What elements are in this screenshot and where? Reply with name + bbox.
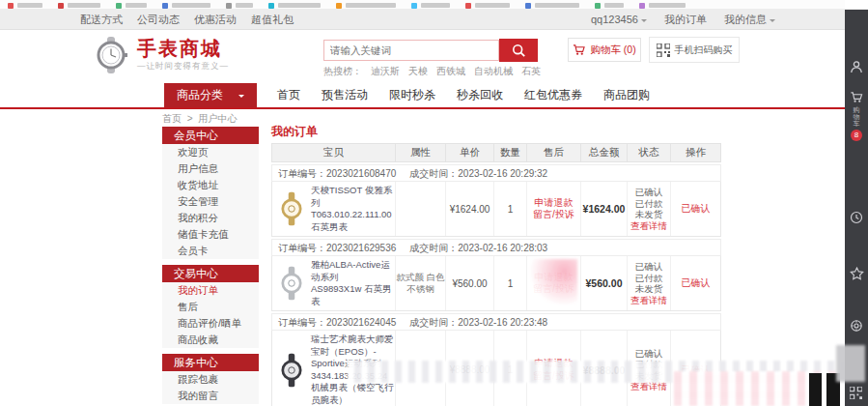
complaint-link[interactable]: 留言/投诉 [533, 209, 574, 221]
topbar-link-shipping[interactable]: 配送方式 [80, 13, 123, 27]
product-line: 瑞士艺术腕表大师爱宝时（EPOS）- [311, 334, 395, 358]
status-line: 已付款 [635, 273, 663, 284]
hot-word[interactable]: 自动机械 [474, 65, 513, 78]
hot-word[interactable]: 西铁城 [436, 65, 465, 78]
bookmark-item[interactable] [525, 2, 579, 9]
topbar-links: 配送方式 公司动态 优惠活动 超值礼包 [80, 9, 294, 30]
bookmark-item[interactable] [595, 2, 624, 9]
topbar-link-news[interactable]: 公司动态 [137, 13, 180, 27]
watch-thumbnail [279, 353, 304, 388]
gear-icon[interactable] [850, 319, 863, 333]
status-cell: 已确认 已付款 未发货 查看详情 [628, 256, 671, 310]
refund-link[interactable]: 申请退款 [535, 197, 574, 210]
hot-word[interactable]: 天梭 [408, 65, 428, 78]
col-aftersale: 售后 [527, 144, 581, 161]
qr-code-icon[interactable] [850, 387, 862, 399]
sidebar-item-my-orders[interactable]: 我的订单 [162, 282, 259, 299]
username-menu[interactable]: qq123456 [591, 14, 647, 25]
topbar-link-promos[interactable]: 优惠活动 [194, 13, 237, 27]
order-number: 订单编号：2023021629536 [278, 240, 396, 255]
search-input[interactable] [323, 40, 499, 61]
bookmark-item[interactable] [411, 2, 450, 9]
view-details-link[interactable]: 查看详情 [630, 295, 667, 306]
sidebar-item-track-package[interactable]: 跟踪包裹 [162, 371, 259, 388]
status-line: 已确认 [635, 348, 663, 360]
star-icon[interactable] [850, 267, 864, 280]
product-cell: 天梭TISSOT 俊雅系列 T063.010.22.111.00 石英男表 [272, 182, 396, 236]
hot-word[interactable]: 迪沃斯 [371, 65, 400, 78]
bookmark-item[interactable] [268, 2, 321, 9]
order-number: 订单编号：2023021624045 [278, 314, 396, 330]
favicon [525, 3, 531, 9]
confirm-link[interactable]: 已确认 [682, 202, 711, 216]
censor-blur [836, 345, 865, 382]
bookmark-item[interactable] [465, 2, 510, 9]
nav-item-flash-sale[interactable]: 限时秒杀 [389, 87, 435, 103]
order-time: 成交时间：2023-02-16 20:29:32 [409, 165, 547, 181]
sidebar-item-welcome[interactable]: 欢迎页 [162, 144, 259, 160]
sidebar-item-my-comments[interactable]: 我的留言 [162, 388, 259, 404]
col-status: 状态 [628, 144, 671, 161]
order-block: 订单编号：2023021608470 成交时间：2023-02-16 20:29… [271, 164, 721, 237]
order-row: 雅柏ALBA-Active运动系列 AS9893X1w 石英男表 款式颜 白色 … [271, 256, 721, 311]
bookmark-item[interactable] [639, 2, 686, 9]
sidebar-item-points[interactable]: 我的积分 [162, 210, 259, 226]
bookmark-item[interactable] [58, 2, 100, 9]
bookmark-item[interactable] [336, 2, 396, 9]
product-name[interactable]: 雅柏ALBA-Active运动系列 AS9893X1w 石英男表 [311, 259, 395, 307]
sidebar-item-user-info[interactable]: 用户信息 [162, 160, 259, 177]
qr-label: 手机扫码购买 [675, 44, 733, 57]
view-details-link[interactable]: 查看详情 [630, 220, 667, 232]
breadcrumb-home[interactable]: 首页 [162, 113, 182, 124]
nav-item-group-buy[interactable]: 商品团购 [603, 87, 650, 103]
nav-item-recycle[interactable]: 秒杀回收 [457, 87, 503, 103]
history-icon[interactable] [850, 211, 863, 224]
bookmark-item[interactable] [226, 2, 253, 9]
topbar-my-orders[interactable]: 我的订单 [664, 13, 707, 27]
sidebar-item-address[interactable]: 收货地址 [162, 177, 259, 193]
sidebar-item-stored-card[interactable]: 储值卡充值 [162, 226, 259, 243]
search-button[interactable] [499, 39, 538, 62]
nav-item-coupons[interactable]: 红包优惠券 [524, 87, 582, 103]
favicon [58, 3, 64, 9]
price-cell: ¥560.00 [446, 256, 494, 310]
sidebar-item-favorites[interactable]: 商品收藏 [162, 332, 259, 348]
my-messages-menu[interactable]: 我的信息 [724, 13, 775, 27]
bookmark-item[interactable] [116, 2, 147, 9]
cart-icon[interactable] [850, 91, 863, 103]
sidebar-item-aftersale[interactable]: 售后 [162, 299, 259, 315]
breadcrumb: 首页 > 用户中心 [162, 112, 239, 126]
hot-search: 热搜榜： 迪沃斯 天梭 西铁城 自动机械 石英 [323, 65, 541, 78]
bookmark-item[interactable] [162, 2, 210, 9]
nav-item-home[interactable]: 首页 [277, 87, 300, 103]
favicon [411, 3, 417, 9]
total-cell: ¥1624.00 [581, 182, 628, 236]
cart-button[interactable]: 购物车 (0) [568, 38, 641, 62]
topbar-link-gifts[interactable]: 超值礼包 [251, 13, 294, 27]
censor-blur [530, 259, 577, 307]
chevron-down-icon [641, 19, 647, 25]
attrs-cell: 款式颜 白色 不锈钢 [396, 256, 446, 310]
hot-word[interactable]: 石英 [521, 65, 541, 78]
order-block: 订单编号：2023021629536 成交时间：2023-02-16 20:28… [271, 239, 721, 311]
sidebar-item-reviews[interactable]: 商品评价/晒单 [162, 315, 259, 332]
logo-title: 手表商城 [137, 38, 229, 59]
sidebar-item-member-card[interactable]: 会员卡 [162, 243, 259, 259]
qty-cell: 1 [494, 182, 527, 236]
qr-shop-widget[interactable]: 手机扫码购买 [649, 37, 740, 63]
nav-item-presale[interactable]: 预售活动 [322, 87, 368, 103]
confirm-link[interactable]: 已确认 [682, 276, 711, 290]
status-cell: 已确认 已付款 未发货 查看详情 [628, 182, 671, 236]
category-button[interactable]: 商品分类 [164, 83, 257, 107]
chevron-down-icon [238, 95, 244, 101]
bookmark-item[interactable] [8, 2, 42, 9]
user-icon[interactable] [850, 60, 863, 73]
product-name[interactable]: 天梭TISSOT 俊雅系列 T063.010.22.111.00 石英男表 [311, 185, 395, 233]
sidebar-item-security[interactable]: 安全管理 [162, 193, 259, 210]
site-logo[interactable]: 手表商城 —让时间变得有意义— [92, 36, 229, 74]
status-line: 未发货 [635, 209, 663, 220]
search-icon [512, 44, 526, 58]
col-product: 宝贝 [272, 144, 396, 161]
favicon [595, 3, 601, 9]
page: 配送方式 公司动态 优惠活动 超值礼包 qq123456 我的订单 我的信息 手… [0, 0, 868, 406]
